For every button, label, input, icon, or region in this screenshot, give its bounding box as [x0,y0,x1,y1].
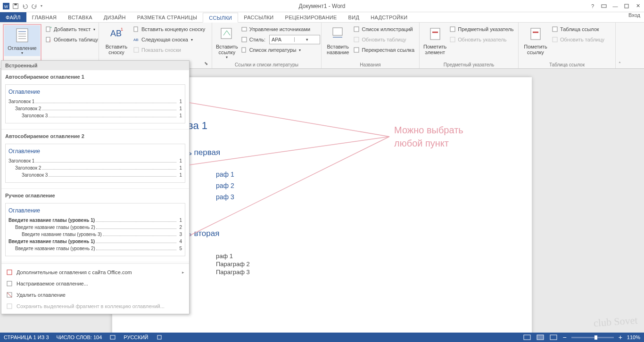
svg-rect-27 [354,37,359,42]
update-toc-button[interactable]: !Обновить таблицу [43,34,100,45]
minimize-icon[interactable]: — [612,3,619,9]
doc-paragraph[interactable]: раф 1 [216,252,485,260]
tab-layout[interactable]: РАЗМЕТКА СТРАНИЦЫ [132,12,203,22]
mark-citation-button[interactable]: Пометить ссылку [521,24,550,61]
annotation-text: Можно выбрать любой пункт [394,123,463,150]
group-toa: Пометить ссылку Таблица ссылок Обновить … [519,23,616,68]
tab-design[interactable]: ДИЗАЙН [98,12,132,22]
group-citations: Вставить ссылку▾ Управление источниками … [212,23,322,68]
save-selection-item: Сохранить выделенный фрагмент в коллекци… [1,301,189,312]
tab-home[interactable]: ГЛАВНАЯ [26,12,63,22]
svg-rect-4 [602,5,606,8]
view-web-icon[interactable] [549,334,558,341]
svg-rect-26 [354,27,359,32]
redo-icon[interactable] [31,3,38,9]
chevron-right-icon: ▸ [182,270,184,275]
tab-view[interactable]: ВИД [343,12,365,22]
tab-insert[interactable]: ВСТАВКА [62,12,98,22]
remove-toc-icon [6,292,13,298]
update-tof-button[interactable]: Обновить таблицу [351,34,416,45]
sources-icon [241,26,248,33]
status-language[interactable]: РУССКИЙ [124,334,148,340]
toc-button-highlight: Оглавление ▾ [3,24,41,61]
update-icon: ! [45,36,52,43]
maximize-icon[interactable] [623,3,630,9]
ribbon-collapse[interactable]: ˄ [616,23,624,68]
doc-heading-3[interactable]: раф 3 [216,193,485,201]
svg-rect-41 [7,304,12,309]
cross-reference-button[interactable]: Перекрестная ссылка [351,45,416,55]
add-text-icon: + [45,26,52,33]
undo-icon[interactable] [22,3,28,9]
svg-rect-23 [242,48,246,52]
help-icon[interactable]: ? [589,3,596,9]
doc-heading-3[interactable]: раф 1 [216,171,485,178]
zoom-in-button[interactable]: + [619,334,622,341]
doc-paragraph[interactable]: Параграф 3 [216,269,485,276]
status-words[interactable]: ЧИСЛО СЛОВ: 104 [57,334,102,340]
remove-toc-item[interactable]: Удалить оглавление [1,289,189,301]
toc-icon [14,27,30,43]
svg-rect-32 [450,37,455,42]
zoom-level[interactable]: 110% [627,334,640,340]
doc-heading-3[interactable]: раф 2 [216,182,485,189]
insert-footnote-button[interactable]: AB1 Вставить сноску [102,24,131,61]
close-icon[interactable]: ✕ [635,3,641,9]
view-print-icon[interactable] [536,334,545,341]
tab-file[interactable]: ФАЙЛ [0,12,26,22]
svg-rect-6 [17,29,28,42]
tab-review[interactable]: РЕЦЕНЗИРОВАНИЕ [280,12,343,22]
insert-toa-button[interactable]: Таблица ссылок [550,24,606,34]
more-from-office-item[interactable]: Дополнительные оглавления с сайта Office… [1,267,189,278]
group-toa-label: Таблица ссылок [521,61,612,68]
next-footnote-button[interactable]: ABСледующая сноска▾ [131,34,207,45]
insert-tof-button[interactable]: Список иллюстраций [351,24,416,34]
zoom-slider[interactable] [571,337,614,338]
svg-rect-28 [354,48,359,52]
insert-citation-button[interactable]: Вставить ссылку▾ [215,24,239,61]
group-citations-label: Ссылки и списки литературы [215,61,318,68]
status-macro-icon[interactable] [156,334,163,341]
zoom-out-button[interactable]: − [562,334,566,341]
word-icon: W [3,3,9,9]
tab-addins[interactable]: НАДСТРОЙКИ [365,12,413,22]
custom-toc-item[interactable]: Настраиваемое оглавление... [1,278,189,289]
manage-sources-button[interactable]: Управление источниками [239,24,322,34]
svg-rect-49 [550,335,557,340]
gallery-item-auto2[interactable]: Автособираемое оглавление 2 Оглавление З… [1,130,189,189]
svg-text:1: 1 [121,27,123,32]
citation-style-combo[interactable]: APA▾ [269,35,320,44]
toc-button[interactable]: Оглавление ▾ [4,25,40,56]
endnote-icon [133,26,140,33]
sign-in-link[interactable]: Вход [628,12,640,18]
save-selection-icon [6,303,13,309]
update-toa-button[interactable]: Обновить таблицу [550,34,606,45]
tof-icon [353,26,360,33]
status-page[interactable]: СТРАНИЦА 1 ИЗ 3 [4,334,49,340]
save-icon[interactable] [12,3,19,9]
doc-paragraph[interactable]: Параграф 2 [216,261,485,268]
insert-endnote-button[interactable]: Вставить концевую сноску [131,24,207,34]
status-proofing-icon[interactable] [109,334,116,341]
gallery-item-manual[interactable]: Ручное оглавление Оглавление Введите наз… [1,189,189,262]
mark-entry-button[interactable]: Пометить элемент [422,24,447,61]
insert-caption-button[interactable]: Вставить название [324,24,351,61]
ribbon-options-icon[interactable] [601,3,607,9]
ribbon-tabs: ФАЙЛ ГЛАВНАЯ ВСТАВКА ДИЗАЙН РАЗМЕТКА СТР… [0,12,644,23]
citation-style-row: Стиль: APA▾ [239,34,322,45]
update-index-button[interactable]: Обновить указатель [447,34,515,45]
citation-icon [219,26,235,42]
insert-index-button[interactable]: Предметный указатель [447,24,515,34]
show-notes-button[interactable]: Показать сноски [131,45,207,55]
tab-mailings[interactable]: РАССЫЛКИ [238,12,279,22]
gallery-item-auto1[interactable]: Автособираемое оглавление 1 Оглавление З… [1,70,189,130]
footnotes-launcher-icon[interactable]: ⬊ [204,61,210,66]
bibliography-button[interactable]: Список литературы▾ [239,45,322,55]
doc-heading-2[interactable]: ь вторая [159,229,485,238]
add-text-button[interactable]: +Добавить текст▾ [43,24,100,34]
svg-rect-45 [110,335,115,339]
tab-references[interactable]: ССЫЛКИ [203,13,238,23]
qat-dropdown-icon[interactable]: ▾ [41,4,42,8]
view-read-icon[interactable] [523,334,531,341]
chevron-down-icon: ▾ [294,37,320,42]
